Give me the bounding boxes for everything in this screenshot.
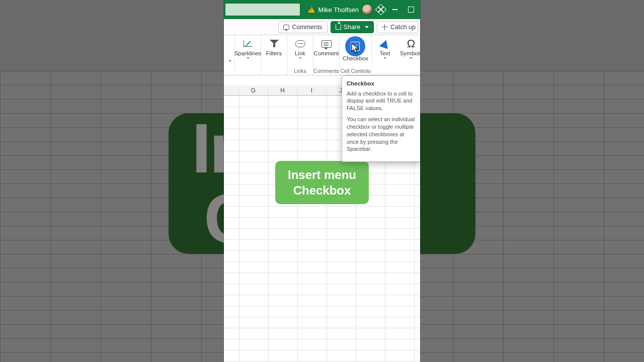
checkbox-tooltip: Checkbox Add a checkbox to a cell to dis… <box>342 75 420 162</box>
callout-line2: Checkbox <box>293 183 351 198</box>
ribbon-group-sparklines: Sparklines <box>235 35 261 75</box>
tooltip-title: Checkbox <box>347 80 416 88</box>
col-head[interactable] <box>224 85 239 95</box>
cursor-icon <box>351 43 359 54</box>
col-head[interactable]: I <box>297 85 327 95</box>
sparklines-icon <box>243 39 254 48</box>
user-chip[interactable]: Mike Tholfsen <box>308 4 373 15</box>
filter-icon <box>270 40 279 48</box>
group-label-links: Links <box>287 68 313 74</box>
omega-icon: Ω <box>407 38 415 49</box>
symbols-label: Symbols <box>400 50 420 56</box>
ribbon-group-links: Link Links <box>287 35 313 75</box>
filters-button[interactable]: Filters <box>263 37 285 57</box>
group-label-cellcontrols: Cell Controls <box>340 68 371 74</box>
ribbon-group-cellcontrols: Checkbox Cell Controls <box>340 35 372 75</box>
text-label: Text <box>379 50 390 56</box>
share-label: Share <box>344 24 360 31</box>
chevron-down-icon <box>410 57 413 59</box>
sparkle-icon <box>382 24 388 30</box>
share-button[interactable]: Share <box>331 21 374 33</box>
comments-label: Comments <box>292 24 322 31</box>
action-row: Comments Share Catch up <box>224 19 420 35</box>
link-label: Link <box>295 50 305 56</box>
ribbon-group-text: Text <box>372 35 398 75</box>
titlebar: Mike Tholfsen <box>224 0 420 19</box>
window-maximize-button[interactable] <box>405 4 417 16</box>
search-input[interactable] <box>225 3 300 16</box>
sparklines-button[interactable]: Sparklines <box>231 37 265 60</box>
comment-icon <box>321 40 332 48</box>
warning-icon <box>308 7 315 13</box>
comment-button[interactable]: Comment <box>310 37 343 57</box>
catchup-label: Catch up <box>390 24 416 31</box>
text-icon <box>379 38 390 49</box>
callout-line1: Insert menu <box>288 167 356 183</box>
comments-button[interactable]: Comments <box>278 21 327 33</box>
ribbon-group-symbols: Ω Symbols <box>398 35 420 75</box>
premium-icon[interactable] <box>375 4 387 16</box>
ribbon-group-filters: Filters <box>261 35 287 75</box>
col-head[interactable]: H <box>268 85 297 95</box>
user-name: Mike Tholfsen <box>318 6 359 14</box>
comments-icon <box>283 25 289 30</box>
chevron-down-icon <box>365 26 369 28</box>
chevron-down-icon <box>299 57 302 59</box>
sparklines-label: Sparklines <box>234 50 262 56</box>
avatar <box>362 4 373 15</box>
comment-label: Comment <box>314 50 339 56</box>
tooltip-body-2: You can select an individual checkbox or… <box>347 116 416 153</box>
link-icon <box>295 40 305 47</box>
filters-label: Filters <box>266 50 282 56</box>
group-label-comments: Comments <box>313 68 339 74</box>
catchup-button[interactable]: Catch up <box>377 21 418 33</box>
ribbon-group-comments: Comment Comments <box>313 35 340 75</box>
annotation-callout: Insert menu Checkbox <box>275 161 369 204</box>
symbols-button[interactable]: Ω Symbols <box>396 37 420 60</box>
text-button[interactable]: Text <box>375 37 395 60</box>
share-icon <box>336 24 341 30</box>
window-minimize-button[interactable] <box>389 4 401 16</box>
tooltip-body-1: Add a checkbox to a cell to display and … <box>347 90 416 113</box>
link-button[interactable]: Link <box>290 37 310 60</box>
ribbon-insert: Sparklines Filters Link Links Comment <box>224 35 420 75</box>
chevron-down-icon <box>228 60 231 62</box>
chevron-down-icon <box>247 57 250 59</box>
chevron-down-icon <box>383 57 386 59</box>
excel-window: Mike Tholfsen Comments Share Catch up <box>224 0 420 362</box>
col-head[interactable]: G <box>239 85 268 95</box>
